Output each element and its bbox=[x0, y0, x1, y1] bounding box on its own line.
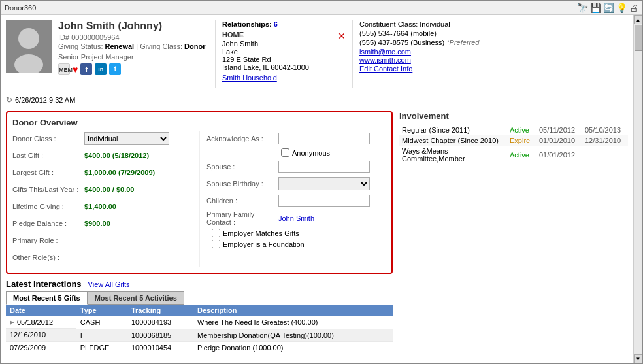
window-title: Donor360 bbox=[5, 4, 36, 12]
website-link[interactable]: www.ismith.com bbox=[359, 56, 621, 64]
date-refresh-icon[interactable]: ↻ bbox=[6, 95, 12, 105]
gift-type: PLEDGE bbox=[76, 341, 127, 354]
interactions-header: Latest Interactions View All Gifts bbox=[6, 279, 393, 289]
pledge-balance-value: $900.00 bbox=[84, 220, 110, 227]
primary-family-contact-link[interactable]: John Smith bbox=[278, 214, 314, 222]
gift-date: ▶05/18/2012 bbox=[6, 316, 76, 329]
constituent-class: Constituent Class: Individual bbox=[359, 20, 621, 28]
involvement-row: Regular (Since 2011) Active 05/11/2012 0… bbox=[399, 125, 628, 135]
gift-type: CASH bbox=[76, 316, 127, 329]
anonymous-checkbox[interactable] bbox=[281, 148, 289, 157]
donor-class-row: Donor Class : Individual bbox=[12, 131, 199, 146]
remove-address-button[interactable]: ✕ bbox=[338, 31, 346, 41]
lifetime-giving-label: Lifetime Giving : bbox=[12, 203, 84, 210]
involvement-date-start: 01/01/2010 bbox=[536, 135, 582, 146]
relationships-section: Relationships: 6 HOME ✕ John Smith Lake … bbox=[215, 20, 352, 88]
spouse-birthday-label: Spouse Birthday : bbox=[206, 180, 278, 188]
employer-foundation-checkbox[interactable] bbox=[212, 240, 220, 248]
mem-button[interactable]: MEM bbox=[58, 63, 70, 75]
lifetime-giving-row: Lifetime Giving : $1,400.00 bbox=[12, 199, 199, 214]
gift-description: Where The Need Is Greatest (400.00) bbox=[193, 316, 393, 329]
donor-name: John Smith (Johnny) bbox=[58, 20, 215, 32]
pledge-balance-row: Pledge Balance : $900.00 bbox=[12, 216, 199, 231]
table-row: 12/16/2010 I 1000068185 Membership Donat… bbox=[6, 329, 393, 341]
last-refresh-date: 6/26/2012 9:32 AM bbox=[15, 96, 75, 104]
involvement-title: Involvement bbox=[399, 111, 628, 121]
involvement-section: Involvement Regular (Since 2011) Active … bbox=[399, 111, 628, 164]
interactions-title: Latest Interactions bbox=[6, 279, 82, 289]
donor-status: Giving Status: Renewal | Giving Class: D… bbox=[58, 42, 215, 50]
involvement-date-start: 05/11/2012 bbox=[536, 125, 582, 135]
address-block: HOME ✕ John Smith Lake 129 E State Rd Is… bbox=[222, 31, 346, 82]
title-bar-icons: 🔭 💾 🔄 💡 🖨 bbox=[577, 3, 638, 13]
donor-info-section: John Smith (Johnny) ID# 000000005964 Giv… bbox=[6, 20, 215, 88]
row-arrow-icon[interactable]: ▶ bbox=[10, 319, 14, 325]
children-row: Children : bbox=[206, 193, 386, 208]
gift-type: I bbox=[76, 329, 127, 341]
lightbulb-icon[interactable]: 💡 bbox=[616, 3, 627, 13]
col-date: Date bbox=[6, 305, 76, 316]
facebook-icon[interactable]: f bbox=[80, 63, 92, 75]
spouse-input[interactable] bbox=[278, 161, 370, 173]
scroll-thumb[interactable] bbox=[635, 25, 642, 51]
acknowledge-input[interactable] bbox=[278, 133, 370, 144]
mobile-phone: (555) 534-7664 (mobile) bbox=[359, 29, 621, 37]
involvement-status: Active bbox=[507, 146, 536, 164]
giving-class-label: Giving Class: bbox=[140, 42, 184, 50]
spouse-birthday-select[interactable] bbox=[278, 177, 370, 190]
giving-status-label: Giving Status: bbox=[58, 42, 105, 50]
gifts-year-row: Gifts This/Last Year : $400.00 / $0.00 bbox=[12, 182, 199, 197]
primary-role-label: Primary Role : bbox=[12, 237, 84, 244]
gift-description: Pledge Donation (1000.00) bbox=[193, 341, 393, 354]
children-input[interactable] bbox=[278, 195, 370, 207]
donor-overview-title: Donor Overview bbox=[12, 118, 386, 127]
contact-info-section: Constituent Class: Individual (555) 534-… bbox=[352, 20, 628, 88]
household-link[interactable]: Smith Household bbox=[222, 74, 277, 82]
involvement-date-end: 05/10/2013 bbox=[582, 125, 628, 135]
last-gift-row: Last Gift : $400.00 (5/18/2012) bbox=[12, 148, 199, 163]
left-column: Donor Overview Donor Class : Individual bbox=[6, 111, 393, 359]
avatar bbox=[6, 20, 52, 73]
involvement-row: Midwest Chapter (Since 2010) Expire 01/0… bbox=[399, 135, 628, 146]
email-link[interactable]: ismith@me.com bbox=[359, 48, 621, 56]
spouse-birthday-row: Spouse Birthday : bbox=[206, 176, 386, 191]
donor-class-select[interactable]: Individual bbox=[84, 132, 169, 145]
view-all-gifts-link[interactable]: View All Gifts bbox=[88, 280, 130, 288]
scroll-track bbox=[634, 24, 643, 354]
tab-most-recent-gifts[interactable]: Most Recent 5 Gifts bbox=[6, 291, 88, 305]
spouse-label: Spouse : bbox=[206, 163, 278, 171]
heart-icon[interactable]: ♥ bbox=[73, 64, 78, 74]
gifts-table: Date Type Tracking Description ▶05/18/20… bbox=[6, 305, 393, 354]
save-icon[interactable]: 💾 bbox=[590, 3, 601, 13]
scroll-up-button[interactable]: ▲ bbox=[634, 15, 643, 24]
gift-description: Membership Donation(QA Testing)(100.00) bbox=[193, 329, 393, 341]
avatar-image bbox=[6, 20, 52, 73]
relationships-label: Relationships: bbox=[222, 20, 272, 28]
edit-contact-link[interactable]: Edit Contact Info bbox=[359, 65, 412, 73]
preferred-label: *Preferred bbox=[446, 39, 479, 46]
overview-grid: Donor Class : Individual Last Gift : $40… bbox=[12, 131, 386, 267]
lifetime-giving-value: $1,400.00 bbox=[84, 203, 116, 210]
col-type: Type bbox=[76, 305, 127, 316]
tab-most-recent-activities[interactable]: Most Recent 5 Activities bbox=[88, 291, 184, 305]
largest-gift-value: $1,000.00 (7/29/2009) bbox=[84, 169, 155, 176]
gift-tracking: 1000068185 bbox=[127, 329, 193, 341]
spouse-row: Spouse : bbox=[206, 159, 386, 174]
largest-gift-label: Largest Gift : bbox=[12, 169, 84, 176]
employer-foundation-row: Employer is a Foundation bbox=[206, 240, 386, 248]
donor-class-label: Donor Class : bbox=[12, 135, 84, 142]
twitter-icon[interactable]: t bbox=[109, 63, 121, 75]
linkedin-icon[interactable]: in bbox=[95, 63, 107, 75]
business-phone-number: (555) 437-8575 (Business) bbox=[359, 39, 444, 46]
gift-date: 07/29/2009 bbox=[6, 341, 76, 354]
binoculars-icon[interactable]: 🔭 bbox=[577, 3, 588, 13]
employer-matches-checkbox[interactable] bbox=[212, 229, 220, 237]
involvement-status: Expire bbox=[507, 135, 536, 146]
primary-role-row: Primary Role : bbox=[12, 233, 199, 248]
relationships-title: Relationships: 6 bbox=[222, 20, 346, 28]
refresh-icon[interactable]: 🔄 bbox=[603, 3, 614, 13]
donor-details: John Smith (Johnny) ID# 000000005964 Giv… bbox=[58, 20, 215, 75]
print-icon[interactable]: 🖨 bbox=[629, 3, 638, 13]
relationships-count[interactable]: 6 bbox=[274, 20, 278, 28]
scroll-down-button[interactable]: ▼ bbox=[634, 354, 643, 363]
